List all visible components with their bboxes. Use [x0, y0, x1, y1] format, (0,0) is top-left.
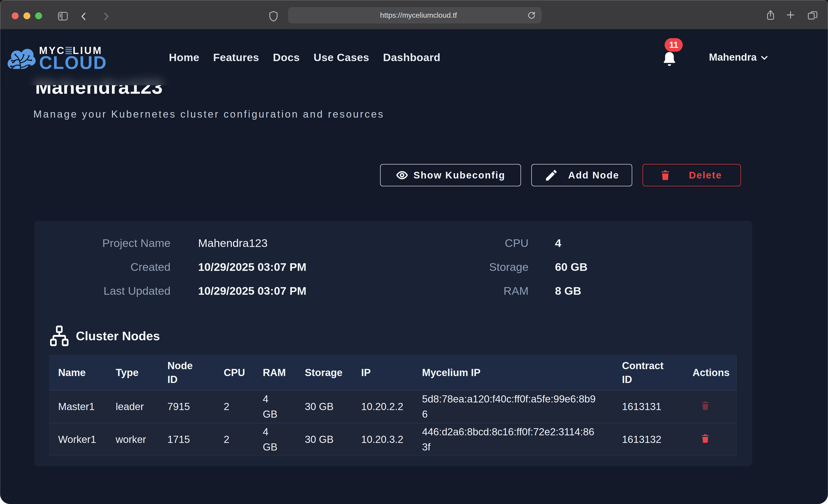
cell-actions [690, 390, 737, 423]
network-icon [49, 325, 70, 347]
tab-overview-icon[interactable] [807, 10, 818, 22]
cluster-nodes-title: Cluster Nodes [76, 329, 160, 343]
page-subtitle: Manage your Kubernetes cluster configura… [33, 108, 384, 121]
info-label: Created [35, 261, 170, 273]
cluster-nodes-header: Cluster Nodes [49, 325, 160, 347]
cell-storage: 30 GB [296, 390, 353, 423]
privacy-shield-icon[interactable] [266, 10, 280, 24]
cell-storage: 30 GB [296, 423, 353, 456]
cell-name: Master1 [50, 390, 107, 423]
bell-icon [661, 51, 678, 67]
webpage: Mahendra123 Manage your Kubernetes clust… [0, 29, 828, 504]
column-header-mycelium-ip: Mycelium IP [414, 355, 614, 390]
trash-icon [702, 401, 709, 410]
column-header-node-id: Node ID [159, 355, 215, 390]
cell-node-id: 1715 [159, 423, 215, 456]
column-header-ip: IP [353, 355, 414, 390]
user-menu[interactable]: Mahendra [709, 29, 768, 85]
cell-contract-id: 1613132 [614, 423, 690, 456]
chevron-down-icon [760, 55, 768, 61]
browser-chrome: https://myceliumcloud.tf [0, 0, 828, 29]
cluster-actions: Show Kubeconfig Add Node [380, 164, 741, 186]
cell-name: Worker1 [50, 423, 107, 456]
address-bar[interactable]: https://myceliumcloud.tf [288, 7, 542, 24]
nodes-table: NameTypeNode IDCPURAMStorageIPMycelium I… [49, 355, 737, 456]
table-header-row: NameTypeNode IDCPURAMStorageIPMycelium I… [50, 355, 737, 390]
cell-contract-id: 1613131 [614, 390, 690, 423]
info-label: Project Name [35, 237, 170, 249]
column-header-cpu: CPU [215, 355, 254, 390]
pencil-icon [544, 168, 558, 182]
delete-cluster-button[interactable]: Delete [643, 164, 741, 186]
sidebar-toggle-icon[interactable] [57, 10, 69, 23]
info-value: Mahendra123 [198, 237, 306, 249]
browser-window: https://myceliumcloud.tf [0, 0, 828, 504]
info-label: RAM [448, 285, 529, 297]
nav-link-use-cases[interactable]: Use Cases [314, 51, 369, 64]
add-node-label: Add Node [568, 170, 619, 181]
cell-mycelium-ip: 446:d2a6:8bcd:8c16:ff0f:72e2:3114:863f [414, 423, 614, 456]
cell-actions [690, 423, 737, 456]
column-header-type: Type [107, 355, 159, 390]
cell-type: worker [107, 423, 159, 456]
cluster-resources: CPU 4 Storage 60 GB RAM 8 GB [448, 237, 588, 297]
info-label: CPU [448, 237, 529, 249]
column-header-actions: Actions [690, 355, 737, 390]
back-icon[interactable] [78, 11, 89, 23]
node-row-master1: Master1leader791524 GB30 GB10.20.2.25d8:… [50, 390, 737, 423]
url-text: https://myceliumcloud.tf [288, 7, 542, 24]
new-tab-icon[interactable] [785, 9, 796, 22]
info-value: 10/29/2025 03:07 PM [198, 261, 306, 273]
column-header-storage: Storage [296, 355, 353, 390]
cell-cpu: 2 [215, 390, 254, 423]
delete-node-button[interactable] [702, 401, 709, 410]
delete-node-button[interactable] [702, 434, 709, 443]
brand-word-bottom: CLOUD [39, 53, 107, 72]
node-row-worker1: Worker1worker171524 GB30 GB10.20.3.2446:… [50, 423, 737, 456]
show-kubeconfig-button[interactable]: Show Kubeconfig [380, 164, 521, 186]
delete-label: Delete [689, 170, 722, 181]
info-label: Last Updated [35, 285, 170, 297]
reload-icon[interactable] [527, 10, 537, 22]
nav-link-dashboard[interactable]: Dashboard [383, 51, 441, 64]
cell-cpu: 2 [215, 423, 254, 456]
cell-ram: 4 GB [254, 423, 296, 456]
info-value: 60 GB [555, 261, 588, 273]
cell-ip: 10.20.2.2 [353, 390, 414, 423]
cell-ram: 4 GB [254, 390, 296, 423]
column-header-name: Name [50, 355, 107, 390]
share-icon[interactable] [765, 9, 776, 22]
cell-node-id: 7915 [159, 390, 215, 423]
cluster-details: Project Name Mahendra123 Created 10/29/2… [35, 237, 306, 297]
zoom-window-button[interactable] [35, 12, 42, 19]
close-window-button[interactable] [12, 12, 18, 19]
info-value: 10/29/2025 03:07 PM [198, 285, 306, 297]
cluster-card: Project Name Mahendra123 Created 10/29/2… [35, 221, 752, 466]
info-value: 8 GB [555, 285, 588, 297]
nav-link-home[interactable]: Home [169, 51, 200, 64]
trash-icon [702, 434, 709, 443]
notification-badge: 11 [665, 38, 683, 52]
column-header-contract-id: Contract ID [614, 355, 690, 390]
site-navbar: MYCLIUM CLOUD HomeFeaturesDocsUse CasesD… [0, 29, 828, 85]
trash-icon [661, 170, 669, 180]
add-node-button[interactable]: Add Node [531, 164, 632, 186]
forward-icon[interactable] [101, 11, 112, 23]
cell-ip: 10.20.3.2 [353, 423, 414, 456]
cloud-logo-icon [7, 48, 36, 69]
user-name: Mahendra [709, 51, 757, 63]
nav-links: HomeFeaturesDocsUse CasesDashboard [169, 29, 441, 85]
info-value: 4 [555, 237, 588, 249]
column-header-ram: RAM [254, 355, 296, 390]
eye-icon [396, 169, 408, 181]
cell-type: leader [107, 390, 159, 423]
nav-link-features[interactable]: Features [213, 51, 259, 64]
info-label: Storage [448, 261, 529, 273]
minimize-window-button[interactable] [24, 12, 30, 19]
show-kubeconfig-label: Show Kubeconfig [413, 170, 505, 181]
cell-mycelium-ip: 5d8:78ea:a120:f40c:ff0f:a5fe:99e6:8b96 [414, 390, 614, 423]
nav-link-docs[interactable]: Docs [273, 51, 300, 64]
